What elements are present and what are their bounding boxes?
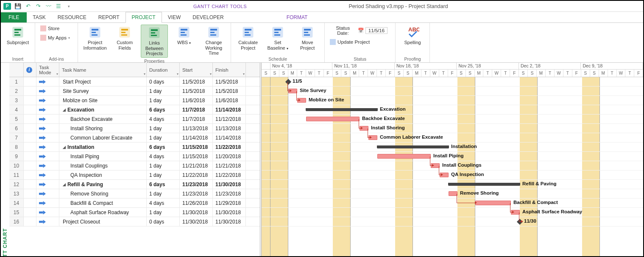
cell[interactable]: [24, 198, 36, 207]
table-row[interactable]: 9Install Piping4 days11/15/201811/20/201…: [9, 152, 260, 161]
cell[interactable]: [24, 87, 36, 95]
grid-icon[interactable]: ☰: [55, 3, 62, 10]
cell[interactable]: 11/12/2018: [213, 115, 246, 123]
cell[interactable]: QA Inspection: [59, 170, 147, 179]
cell[interactable]: ◢Installation: [59, 142, 147, 151]
cell[interactable]: [36, 180, 59, 189]
cell[interactable]: Moblize on Site: [59, 96, 147, 105]
subproject-button[interactable]: Subproject: [4, 25, 31, 46]
cell[interactable]: 11: [9, 170, 24, 179]
calc-button[interactable]: Calculate Project: [234, 25, 262, 51]
tab-developer[interactable]: DEVELOPER: [187, 12, 229, 22]
save-icon[interactable]: 💾: [14, 3, 21, 10]
cell[interactable]: [24, 133, 36, 142]
cell[interactable]: 11/30/2018: [213, 217, 246, 226]
cell[interactable]: 11/21/2018: [213, 161, 246, 170]
tab-report[interactable]: REPORT: [92, 12, 125, 22]
cell[interactable]: 12: [9, 180, 24, 189]
moveproj-button[interactable]: Move Project: [294, 25, 321, 51]
cell[interactable]: Common Laborer Excavate: [59, 133, 147, 142]
cell[interactable]: 11/23/2018: [213, 189, 246, 198]
cell[interactable]: 1 day: [147, 170, 180, 179]
tab-resource[interactable]: RESOURCE: [52, 12, 92, 22]
cell[interactable]: 11/14/2018: [180, 133, 213, 142]
cell[interactable]: 4 days: [147, 152, 180, 161]
cell[interactable]: 1: [9, 77, 24, 86]
cell[interactable]: 1 day: [147, 189, 180, 198]
cell[interactable]: [36, 142, 59, 151]
cell[interactable]: [36, 208, 59, 217]
cell[interactable]: 7: [9, 133, 24, 142]
cell[interactable]: 11/22/2018: [213, 170, 246, 179]
cell[interactable]: [36, 133, 59, 142]
cell[interactable]: 4 days: [147, 198, 180, 207]
cell[interactable]: 11/5/2018: [213, 87, 246, 95]
cell[interactable]: [36, 161, 59, 170]
cell[interactable]: 11/5/2018: [213, 77, 246, 86]
gantt-body[interactable]: 11/5Site SurveyMoblize on SiteExcavation…: [262, 77, 643, 257]
cell[interactable]: 1 day: [147, 124, 180, 133]
customfields-button[interactable]: Custom Fields: [111, 25, 138, 51]
cell[interactable]: 6 days: [147, 142, 180, 151]
store-button[interactable]: Store: [39, 25, 61, 32]
cell[interactable]: 11/30/2018: [213, 208, 246, 217]
collapse-icon[interactable]: ◢: [63, 182, 66, 187]
cell[interactable]: 13: [9, 189, 24, 198]
cell[interactable]: 11/5/2018: [180, 87, 213, 95]
cell[interactable]: Backhoe Excavate: [59, 115, 147, 123]
cell[interactable]: 16: [9, 217, 24, 226]
table-row[interactable]: 6Install Shoring1 day11/13/201811/13/201…: [9, 124, 260, 133]
cell[interactable]: Install Piping: [59, 152, 147, 161]
cell[interactable]: [24, 124, 36, 133]
cell[interactable]: [24, 115, 36, 123]
cell[interactable]: [36, 217, 59, 226]
table-row[interactable]: 12◢Refill & Paving6 days11/23/201811/30/…: [9, 180, 260, 189]
col-dur[interactable]: Duration▾: [147, 63, 180, 77]
cell[interactable]: [24, 142, 36, 151]
cell[interactable]: 11/21/2018: [180, 161, 213, 170]
cell[interactable]: ◢Refill & Paving: [59, 180, 147, 189]
cell[interactable]: 6: [9, 124, 24, 133]
cell[interactable]: 1 day: [147, 87, 180, 95]
task-bar[interactable]: [449, 191, 457, 196]
cell[interactable]: [36, 96, 59, 105]
workingtime-button[interactable]: Change Working Time: [200, 25, 227, 57]
tab-format[interactable]: FORMAT: [281, 12, 314, 22]
task-bar[interactable]: [377, 154, 431, 159]
cell[interactable]: [24, 217, 36, 226]
cell[interactable]: Start Project: [59, 77, 147, 86]
cell[interactable]: 1 day: [147, 96, 180, 105]
cell[interactable]: 11/6/2018: [213, 96, 246, 105]
links-button[interactable]: Links Between Projects: [141, 25, 168, 58]
cell[interactable]: 6 days: [147, 105, 180, 114]
cell[interactable]: 11/14/2018: [213, 105, 246, 114]
task-bar[interactable]: [306, 117, 360, 121]
cell[interactable]: 11/22/2018: [213, 142, 246, 151]
cell[interactable]: 11/30/2018: [180, 208, 213, 217]
cell[interactable]: 11/15/2018: [180, 152, 213, 161]
cell[interactable]: [24, 180, 36, 189]
cell[interactable]: [24, 152, 36, 161]
baseline-button[interactable]: Set Baseline ▾: [264, 25, 291, 51]
wbs-button[interactable]: WBS ▾: [170, 25, 198, 46]
table-row[interactable]: 14Backfill & Compact4 days11/26/201811/2…: [9, 198, 260, 208]
cell[interactable]: 8: [9, 142, 24, 151]
cell[interactable]: Asphalt Surface Roadway: [59, 208, 147, 217]
cell[interactable]: 11/26/2018: [180, 198, 213, 207]
col-rownum[interactable]: [9, 63, 24, 77]
view-sidebar[interactable]: TT CHART: [1, 63, 9, 257]
table-row[interactable]: 5Backhoe Excavate4 days11/7/201811/12/20…: [9, 115, 260, 124]
cell[interactable]: 1 day: [147, 133, 180, 142]
tab-project[interactable]: PROJECT: [125, 12, 162, 23]
summary-bar[interactable]: [306, 108, 377, 111]
redo-icon[interactable]: ↷: [35, 3, 42, 10]
undo-icon[interactable]: ↶: [25, 3, 31, 10]
table-row[interactable]: 13Remove Shoring1 day11/23/201811/23/201…: [9, 189, 260, 198]
status-date-field[interactable]: Status Date: 📅 11/5/16: [328, 25, 389, 36]
table-row[interactable]: 16Project Closeout0 days11/30/201811/30/…: [9, 217, 260, 226]
myapps-button[interactable]: My Apps ▾: [39, 34, 72, 42]
cell[interactable]: 11/7/2018: [180, 115, 213, 123]
cell[interactable]: [24, 208, 36, 217]
task-bar[interactable]: [475, 201, 511, 205]
cell[interactable]: 11/30/2018: [213, 180, 246, 189]
